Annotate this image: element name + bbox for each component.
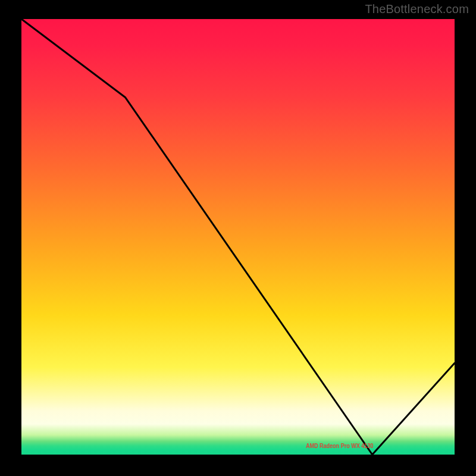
watermark-text: TheBottleneck.com [365,2,469,16]
plot-area: AMD Radeon Pro WX 4130 [21,19,455,455]
chart-stage: TheBottleneck.com AMD Radeon Pro WX 4130 [0,0,476,476]
gpu-annotation: AMD Radeon Pro WX 4130 [306,442,373,449]
bottleneck-line [21,19,455,455]
